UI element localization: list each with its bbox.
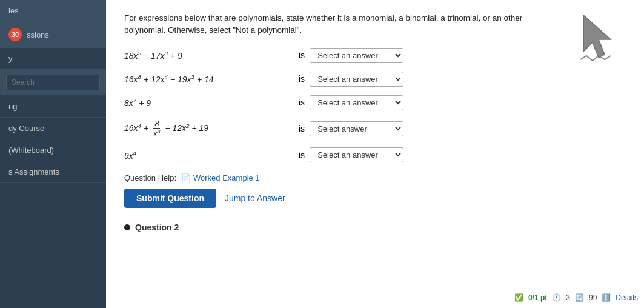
math-expression-3: 8x7 + 9	[124, 97, 294, 108]
tries-icon: 🕐	[552, 293, 561, 302]
question-help-label: Question Help:	[124, 173, 176, 182]
sidebar-item-label: (Whiteboard)	[8, 146, 54, 155]
is-label-1: is	[299, 50, 305, 60]
sidebar-item-label: les	[8, 6, 19, 15]
sidebar-item-sessions[interactable]: 30 ssions	[0, 22, 106, 48]
fraction-8-x3: 8 x3	[152, 119, 162, 139]
is-label-2: is	[299, 74, 305, 84]
main-content: For expressions below that are polynomia…	[106, 0, 644, 308]
sidebar-item-les[interactable]: les	[0, 0, 106, 22]
answer-select-2[interactable]: Select an answer Monomial Binomial Trino…	[310, 72, 403, 87]
expression-row-3: 8x7 + 9 is Select an answer Monomial Bin…	[124, 95, 626, 110]
answer-select-1[interactable]: Select an answer Monomial Binomial Trino…	[310, 48, 403, 63]
question-help: Question Help: 📄 Worked Example 1	[124, 173, 626, 182]
refresh-icon: 🔄	[575, 293, 584, 302]
score-icon: ✅	[514, 293, 523, 302]
expression-row-4: 16x4 + 8 x3 − 12x2 + 19 is Select answer…	[124, 119, 626, 139]
is-label-5: is	[299, 150, 305, 160]
math-expression-5: 9x4	[124, 150, 294, 161]
sidebar-badge: 30	[8, 28, 22, 41]
sidebar-item-assignments[interactable]: s Assignments	[0, 161, 106, 183]
search-input[interactable]	[6, 75, 100, 90]
jump-to-answer-link[interactable]: Jump to Answer	[225, 193, 285, 203]
action-row: Submit Question Jump to Answer	[124, 189, 626, 208]
question-2-label: Question 2	[135, 223, 179, 232]
info-icon: ℹ️	[602, 293, 611, 302]
status-bar: ✅ 0/1 pt 🕐 3 🔄 99 ℹ️ Details	[514, 293, 638, 302]
sidebar-item-label: s Assignments	[8, 167, 59, 176]
status-refresh: 99	[589, 293, 597, 302]
document-icon: 📄	[181, 173, 191, 182]
sidebar-item-label: ng	[8, 102, 17, 111]
answer-select-4[interactable]: Select answer Monomial Binomial Trinomia…	[310, 121, 403, 136]
is-label-4: is	[299, 124, 305, 133]
sidebar-item-whiteboard[interactable]: (Whiteboard)	[0, 139, 106, 161]
sidebar-item-y[interactable]: y	[0, 48, 106, 70]
worked-example-label: Worked Example 1	[193, 173, 260, 182]
details-link[interactable]: Details	[616, 293, 638, 302]
answer-select-5[interactable]: Select an answer Monomial Binomial Trino…	[310, 147, 403, 162]
status-tries: 3	[566, 293, 570, 302]
question-2-row: Question 2	[124, 223, 626, 232]
svg-marker-0	[583, 15, 611, 58]
submit-question-button[interactable]: Submit Question	[124, 189, 216, 208]
math-expression-2: 16x8 + 12x4 − 19x3 + 14	[124, 73, 294, 84]
sidebar-item-label: y	[8, 54, 13, 63]
sidebar-item-label: dy Course	[8, 124, 44, 133]
worked-example-link[interactable]: 📄 Worked Example 1	[181, 173, 260, 182]
is-label-3: is	[299, 98, 305, 107]
cursor-decoration	[577, 12, 626, 67]
expression-row-2: 16x8 + 12x4 − 19x3 + 14 is Select an ans…	[124, 72, 626, 87]
status-score: 0/1 pt	[528, 293, 547, 302]
sidebar-item-ng[interactable]: ng	[0, 96, 106, 118]
expression-row-1: 18x5 − 17x3 + 9 is Select an answer Mono…	[124, 48, 626, 63]
sidebar-item-study-course[interactable]: dy Course	[0, 118, 106, 139]
answer-select-3[interactable]: Select an answer Monomial Binomial Trino…	[310, 95, 403, 110]
math-expression-1: 18x5 − 17x3 + 9	[124, 50, 294, 61]
math-expression-4: 16x4 + 8 x3 − 12x2 + 19	[124, 119, 294, 139]
question-text: For expressions below that are polynomia…	[124, 12, 536, 37]
expression-row-5: 9x4 is Select an answer Monomial Binomia…	[124, 147, 626, 162]
sidebar-search-area	[0, 70, 106, 96]
bullet-dot	[124, 224, 130, 230]
sidebar: les 30 ssions y ng dy Course (Whiteboard…	[0, 0, 106, 308]
sidebar-item-label: ssions	[27, 30, 49, 39]
